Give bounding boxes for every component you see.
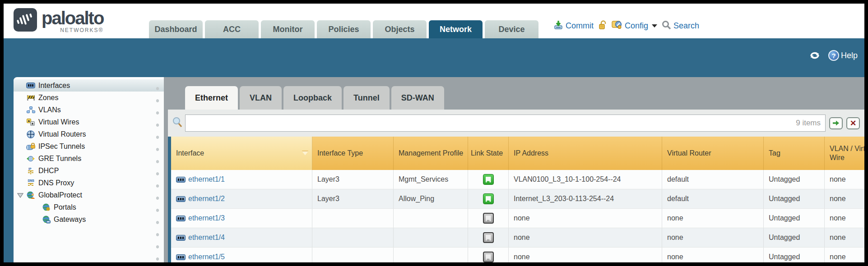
sidebar-resize-handle[interactable] [155,79,160,262]
item-count: 9 items [796,119,821,128]
column-header-virtual-router[interactable]: Virtual Router [662,137,764,170]
tab-vlan[interactable]: VLAN [240,86,282,110]
search-icon [662,20,671,32]
interfaces-icon [26,82,35,90]
vlans-icon [26,106,35,114]
column-header-ip-address[interactable]: IP Address [509,137,662,170]
ethernet-interface-icon [176,196,186,202]
cell-ip-address: none [509,209,662,228]
nav-tab-monitor[interactable]: Monitor [261,20,315,38]
nav-tab-objects[interactable]: Objects [373,20,427,38]
nav-tab-device[interactable]: Device [485,20,538,38]
sidebar-item-zones[interactable]: Zones [14,92,164,104]
main-nav: Dashboard ACC Monitor Policies Objects N… [149,20,538,38]
lock-icon[interactable] [598,20,607,32]
link-state-icon[interactable] [483,193,494,204]
search-button[interactable]: Search [662,20,699,32]
refresh-icon[interactable] [808,50,821,61]
gateways-icon [42,216,51,224]
link-state-icon[interactable] [483,174,494,185]
filter-search-icon[interactable] [172,117,182,129]
top-header: paloalto NETWORKS® Dashboard ACC Monitor… [4,4,864,38]
table-row: ethernet1/1 Layer3 Mgmt_Services VLAN010… [171,170,864,189]
table-row: ethernet1/2 Layer3 Allow_Ping Internet_L… [171,189,864,209]
config-button[interactable]: Config [612,20,657,32]
column-header-tag[interactable]: Tag [764,137,825,170]
link-state-icon[interactable] [483,213,494,224]
tab-tunnel[interactable]: Tunnel [343,86,390,110]
splitter[interactable] [164,77,168,262]
sidebar-item-virtual-routers[interactable]: Virtual Routers [14,128,164,140]
table-header-row: Interface Interface Type Management Prof… [171,137,864,170]
interface-link[interactable]: ethernet1/3 [176,214,225,222]
cell-ip-address: none [509,228,662,247]
content-pane: Ethernet VLAN Loopback Tunnel SD-WAN 9 i… [168,77,864,262]
help-button[interactable]: ? Help [828,50,858,61]
cell-vlan-wire: none [825,170,864,189]
column-header-interface[interactable]: Interface [171,137,312,170]
column-header-interface-type[interactable]: Interface Type [312,137,394,170]
cell-ip-address: Internet_L3_203-0-113-254--24 [509,189,662,208]
sidebar-item-virtual-wires[interactable]: Virtual Wires [14,116,164,128]
ethernet-interface-icon [176,177,186,183]
main-region: Interfaces Zones VLANs Virtual Wires [4,77,864,262]
sidebar-item-dhcp[interactable]: IP DHCP [14,165,164,177]
nav-tab-policies[interactable]: Policies [317,20,371,38]
help-icon: ? [828,50,839,61]
cell-vlan-wire: none [825,209,864,228]
tab-sdwan[interactable]: SD-WAN [391,86,444,110]
column-header-vlan-wire[interactable]: VLAN / Virtual Wire [825,137,864,170]
portals-icon [42,203,51,211]
cell-virtual-router: none [662,248,764,262]
apply-filter-button[interactable] [829,117,843,129]
column-header-link-state[interactable]: Link State [468,137,509,170]
column-header-management-profile[interactable]: Management Profile [394,137,468,170]
paloalto-logo[interactable]: paloalto NETWORKS® [14,8,103,33]
sidebar-item-label: Interfaces [38,82,70,90]
sidebar-item-interfaces[interactable]: Interfaces [14,79,164,92]
interface-link[interactable]: ethernet1/1 [176,175,225,183]
cell-vlan-wire: none [825,228,864,247]
brand-subtitle: NETWORKS® [60,27,103,33]
cell-management-profile [394,209,468,228]
nav-tab-dashboard[interactable]: Dashboard [149,20,203,38]
sidebar-item-gateways[interactable]: Gateways [14,213,164,225]
cell-ip-address: none [509,248,662,262]
nav-tab-acc[interactable]: ACC [205,20,259,38]
gre-tunnels-icon [26,155,35,163]
help-label: Help [841,51,858,60]
sidebar-item-vlans[interactable]: VLANs [14,104,164,116]
nav-tab-network[interactable]: Network [429,20,483,38]
tab-ethernet[interactable]: Ethernet [185,86,238,110]
cell-virtual-router: default [662,189,764,208]
expand-caret-icon[interactable] [17,192,23,198]
cell-vlan-wire: none [825,189,864,208]
tab-loopback[interactable]: Loopback [283,86,342,110]
link-state-icon[interactable] [483,232,494,243]
table-row: ethernet1/5 none none Untagged none [171,248,864,262]
interface-link[interactable]: ethernet1/4 [176,234,225,242]
filter-input[interactable] [190,115,792,131]
link-state-icon[interactable] [483,252,494,262]
sidebar-item-gre-tunnels[interactable]: GRE Tunnels [14,152,164,165]
subtab-bar: Ethernet VLAN Loopback Tunnel SD-WAN [168,77,864,110]
cell-management-profile: Mgmt_Services [394,170,468,189]
clear-filter-button[interactable]: ✕ [846,117,860,129]
sidebar-item-ipsec-tunnels[interactable]: IPSec Tunnels [14,140,164,152]
sidebar-item-globalprotect[interactable]: GlobalProtect [14,189,164,201]
app-window: paloalto NETWORKS® Dashboard ACC Monitor… [4,4,864,262]
interfaces-table: Interface Interface Type Management Prof… [171,137,864,262]
sidebar-item-portals[interactable]: Portals [14,201,164,213]
sidebar-item-dns-proxy[interactable]: DNS DNS Proxy [14,177,164,189]
interface-link[interactable]: ethernet1/5 [176,253,225,261]
search-label: Search [673,21,699,31]
commit-label: Commit [566,21,594,31]
table-row: ethernet1/3 none none Untagged none [171,209,864,228]
sidebar-item-label: GlobalProtect [38,191,82,199]
cell-tag: Untagged [764,228,825,247]
commit-button[interactable]: Commit [553,20,594,32]
interface-link[interactable]: ethernet1/2 [176,195,225,203]
toolbar-band: ? Help [4,38,864,77]
column-menu-caret-icon[interactable] [302,151,308,156]
virtual-wires-icon [26,118,35,126]
